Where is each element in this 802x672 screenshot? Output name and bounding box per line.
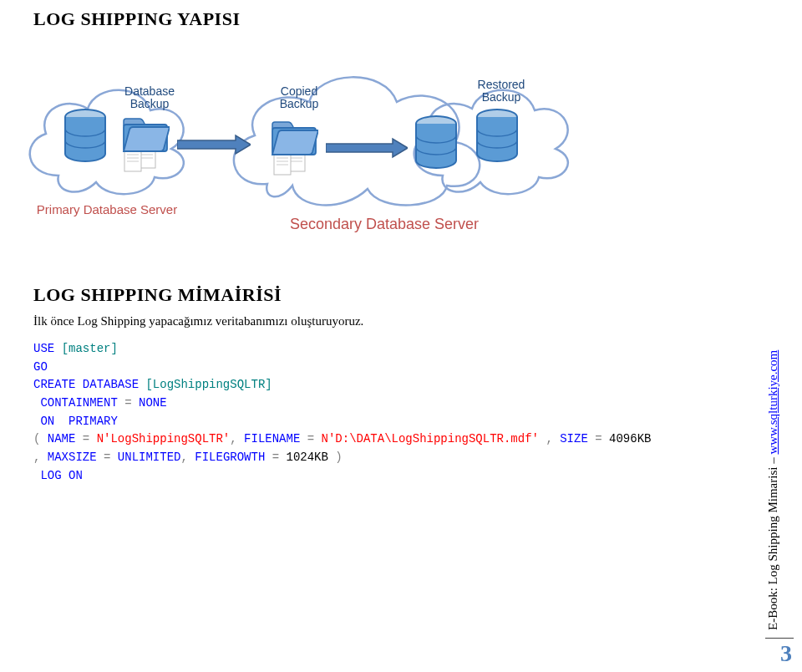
sql-op: = [124,396,131,410]
sql-keyword: PRIMARY [69,415,118,428]
sql-text: 1024KB [287,451,328,464]
sql-keyword: NONE [139,396,167,410]
sql-op: , [180,451,187,464]
arrow-icon [326,137,408,159]
divider [765,638,794,639]
sql-keyword: LOG [40,469,61,482]
arrow-icon [177,134,251,155]
folder-icon [121,117,170,154]
database-icon [475,109,520,164]
page-number: 3 [757,640,792,667]
sql-keyword: CONTAINMENT [40,396,117,410]
sql-op: ) [335,451,342,464]
secondary-server-label: Secondary Database Server [284,216,485,233]
primary-server-label: Primary Database Server [23,202,190,216]
db-backup-label: Database Backup [120,85,179,111]
cloud-primary [17,50,200,184]
main-title: LOG SHIPPING YAPISI [33,8,769,30]
database-icon [414,115,459,171]
sql-keyword: GO [33,360,48,374]
sql-keyword: FILENAME [244,432,300,445]
sql-text: 4096KB [609,432,651,445]
sql-keyword: USE [33,342,54,355]
sql-op: , [33,451,40,464]
sql-op: = [272,451,279,464]
copied-backup-label: Copied Backup [274,85,324,111]
sql-keyword: UNLIMITED [118,451,181,464]
folder-icon [270,120,318,157]
sql-ident: [LogShippingSQLTR] [145,378,272,391]
sql-op: = [595,432,602,445]
sql-keyword: ON [40,415,54,428]
ebook-prefix: E-Book: [766,584,779,630]
sql-keyword: ON [69,469,83,482]
sql-keyword: MAXSIZE [48,451,97,464]
ebook-title: Log Shipping Mimarisi – [766,455,779,585]
architecture-diagram: Database Backup Copied Backup [33,42,668,343]
sql-op: , [230,432,236,445]
ebook-link[interactable]: www.sqlturkiye.com [766,350,779,455]
sql-string: N'LogShippingSQLTR' [97,432,231,445]
ebook-label: E-Book: Log Shipping Mimarisi – www.sqlt… [766,350,780,630]
sql-keyword: NAME [48,432,76,445]
sql-op: = [83,432,89,445]
sql-op: = [104,451,110,464]
sql-op: ( [33,432,40,445]
sql-keyword: CREATE [33,378,75,391]
sql-string: N'D:\DATA\LogShippingSQLTR.mdf' [322,432,539,445]
sql-op: = [307,432,314,445]
restored-backup-label: Restored Backup [472,79,530,104]
sql-code-block: USE [master] GO CREATE DATABASE [LogShip… [33,340,769,486]
sql-ident: [master] [62,342,118,355]
sql-keyword: DATABASE [83,378,139,391]
sql-op: , [546,432,552,445]
sql-keyword: SIZE [560,432,588,445]
footer-sidebar: E-Book: Log Shipping Mimarisi – www.sqlt… [757,358,797,667]
sql-keyword: FILEGROWTH [195,451,265,464]
database-icon [63,109,108,164]
